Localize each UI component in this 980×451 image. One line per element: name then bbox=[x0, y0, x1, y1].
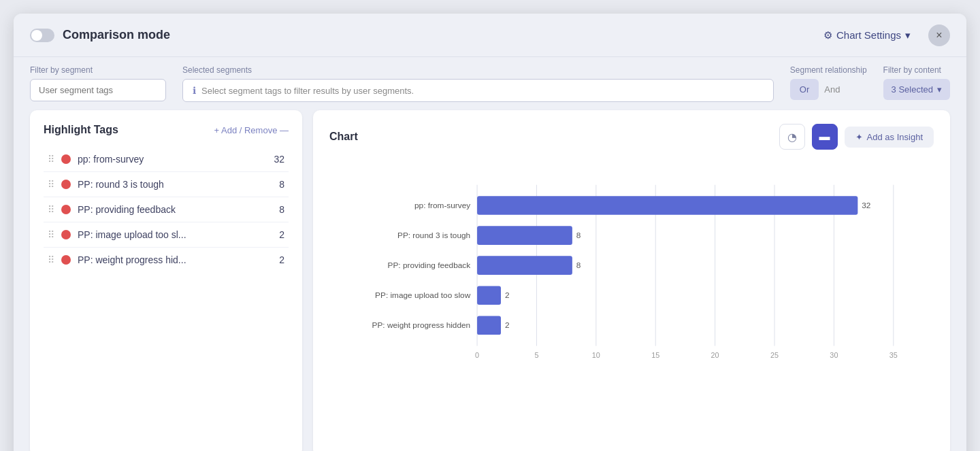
main-content: Highlight Tags + Add / Remove — ⠿ pp: fr… bbox=[14, 110, 966, 451]
and-text: And bbox=[824, 84, 840, 95]
filter-by-content-section: Filter by content 3 Selected ▾ bbox=[883, 65, 950, 100]
tag-dot bbox=[61, 205, 71, 214]
svg-text:20: 20 bbox=[711, 351, 719, 359]
or-button[interactable]: Or bbox=[790, 79, 819, 100]
chart-settings-icon: ⚙ bbox=[823, 29, 832, 41]
add-remove-button[interactable]: + Add / Remove — bbox=[214, 125, 289, 135]
tag-count: 2 bbox=[279, 229, 284, 240]
app-window: Comparison mode ⚙ Chart Settings ▾ × Fil… bbox=[14, 14, 966, 451]
drag-handle-icon: ⠿ bbox=[48, 204, 54, 215]
pie-chart-button[interactable]: ◔ bbox=[779, 124, 805, 150]
svg-text:25: 25 bbox=[770, 351, 779, 359]
svg-text:5: 5 bbox=[534, 351, 538, 359]
tag-row[interactable]: ⠿ PP: weight progress hid... 2 bbox=[44, 248, 289, 272]
selected-info-box: ℹ Select segment tags to filter results … bbox=[182, 79, 774, 102]
star-icon: ✦ bbox=[855, 132, 863, 142]
filter-by-segment-section: Filter by segment bbox=[30, 65, 166, 101]
tag-row[interactable]: ⠿ PP: round 3 is tough 8 bbox=[44, 172, 289, 197]
bar-chart-icon: ▬ bbox=[819, 131, 830, 143]
filter-by-content-label: Filter by content bbox=[883, 65, 950, 75]
tag-name: PP: weight progress hid... bbox=[78, 254, 272, 265]
tag-count: 32 bbox=[274, 154, 284, 165]
selected-segments-section: Selected segments ℹ Select segment tags … bbox=[182, 65, 774, 102]
svg-rect-26 bbox=[477, 286, 501, 305]
highlight-tags-title: Highlight Tags bbox=[44, 124, 118, 136]
selected-dropdown-button[interactable]: 3 Selected ▾ bbox=[883, 79, 950, 100]
svg-rect-20 bbox=[477, 226, 572, 245]
mode-title: Comparison mode bbox=[63, 28, 170, 42]
svg-text:32: 32 bbox=[862, 201, 870, 210]
chart-settings-label: Chart Settings bbox=[836, 29, 901, 41]
tag-count: 8 bbox=[279, 204, 284, 215]
segment-relationship-section: Segment relationship Or And bbox=[790, 65, 867, 100]
svg-rect-17 bbox=[477, 196, 858, 215]
svg-text:10: 10 bbox=[592, 351, 600, 359]
tag-count: 2 bbox=[279, 254, 284, 265]
segment-tags-input[interactable] bbox=[30, 79, 166, 101]
svg-text:8: 8 bbox=[576, 231, 581, 240]
tag-name: PP: round 3 is tough bbox=[78, 179, 272, 190]
relationship-controls: Or And bbox=[790, 79, 867, 100]
svg-text:8: 8 bbox=[576, 261, 581, 270]
right-panel: Chart ◔ ▬ ✦ Add as Insight 0510 bbox=[313, 110, 950, 451]
chart-settings-button[interactable]: ⚙ Chart Settings ▾ bbox=[814, 24, 920, 47]
tag-dot bbox=[61, 255, 71, 265]
close-button[interactable]: × bbox=[928, 24, 950, 46]
comparison-mode-toggle[interactable] bbox=[30, 29, 54, 42]
selected-segments-label: Selected segments bbox=[182, 65, 774, 75]
drag-handle-icon: ⠿ bbox=[48, 254, 54, 265]
drag-handle-icon: ⠿ bbox=[48, 229, 54, 240]
tag-count: 8 bbox=[279, 179, 284, 190]
bar-chart-button[interactable]: ▬ bbox=[812, 124, 838, 150]
bar-chart-svg: 05101520253035pp: from-survey32PP: round… bbox=[329, 163, 934, 381]
tag-dot bbox=[61, 154, 71, 164]
tag-list: ⠿ pp: from-survey 32 ⠿ PP: round 3 is to… bbox=[44, 147, 289, 272]
chart-title: Chart bbox=[329, 131, 358, 143]
svg-text:pp: from-survey: pp: from-survey bbox=[414, 201, 470, 210]
tag-row[interactable]: ⠿ PP: providing feedback 8 bbox=[44, 197, 289, 222]
svg-text:PP: image upload too slow: PP: image upload too slow bbox=[375, 290, 471, 300]
header-left: Comparison mode bbox=[30, 28, 170, 42]
info-icon: ℹ bbox=[193, 85, 196, 96]
filter-by-segment-label: Filter by segment bbox=[30, 65, 166, 75]
selected-count-label: 3 Selected bbox=[892, 84, 933, 95]
svg-text:2: 2 bbox=[505, 320, 510, 330]
filter-bar: Filter by segment Selected segments ℹ Se… bbox=[14, 57, 966, 110]
tag-name: PP: providing feedback bbox=[78, 204, 272, 215]
chevron-down-icon: ▾ bbox=[937, 84, 942, 95]
pie-chart-icon: ◔ bbox=[787, 131, 797, 144]
tag-dot bbox=[61, 180, 71, 189]
chevron-down-icon: ▾ bbox=[905, 29, 911, 41]
header: Comparison mode ⚙ Chart Settings ▾ × bbox=[14, 14, 966, 57]
svg-text:PP: round 3 is tough: PP: round 3 is tough bbox=[397, 231, 470, 240]
svg-rect-23 bbox=[477, 256, 572, 275]
svg-text:35: 35 bbox=[889, 351, 898, 359]
svg-text:2: 2 bbox=[505, 290, 510, 300]
tag-row[interactable]: ⠿ pp: from-survey 32 bbox=[44, 147, 289, 172]
panel-header: Highlight Tags + Add / Remove — bbox=[44, 124, 289, 136]
segment-relationship-label: Segment relationship bbox=[790, 65, 867, 75]
svg-text:PP: weight progress hidden: PP: weight progress hidden bbox=[372, 320, 471, 330]
chart-controls: ◔ ▬ ✦ Add as Insight bbox=[779, 124, 934, 150]
drag-handle-icon: ⠿ bbox=[48, 179, 54, 190]
svg-text:PP: providing feedback: PP: providing feedback bbox=[388, 261, 471, 270]
add-as-insight-button[interactable]: ✦ Add as Insight bbox=[845, 127, 934, 148]
tag-name: pp: from-survey bbox=[78, 154, 267, 165]
svg-text:0: 0 bbox=[475, 351, 479, 359]
header-right: ⚙ Chart Settings ▾ × bbox=[814, 24, 950, 47]
tag-row[interactable]: ⠿ PP: image upload too sl... 2 bbox=[44, 222, 289, 248]
add-insight-label: Add as Insight bbox=[867, 132, 923, 142]
drag-handle-icon: ⠿ bbox=[48, 154, 54, 165]
svg-text:30: 30 bbox=[830, 351, 838, 359]
tag-dot bbox=[61, 230, 71, 239]
svg-rect-29 bbox=[477, 316, 501, 335]
selected-info-text: Select segment tags to filter results by… bbox=[201, 86, 414, 96]
tag-name: PP: image upload too sl... bbox=[78, 229, 272, 240]
svg-text:15: 15 bbox=[651, 351, 659, 359]
left-panel: Highlight Tags + Add / Remove — ⠿ pp: fr… bbox=[30, 110, 302, 451]
chart-header: Chart ◔ ▬ ✦ Add as Insight bbox=[329, 124, 934, 150]
